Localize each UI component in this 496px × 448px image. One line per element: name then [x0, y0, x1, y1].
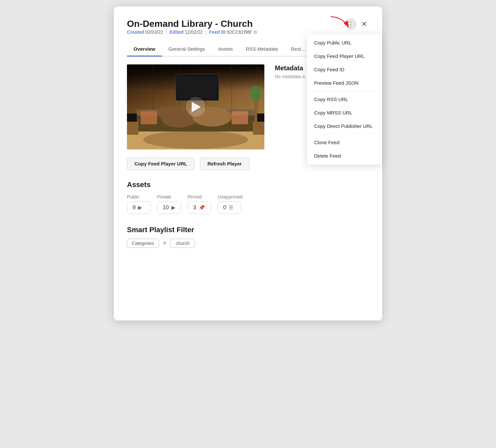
dropdown-item-copy-public-url[interactable]: Copy Public URL [307, 36, 382, 49]
header-actions: ⋮ ✕ Copy Public URL Copy Feed Player URL… [345, 18, 369, 30]
asset-card-private: Private 10 ▶ [157, 194, 181, 214]
filter-value[interactable]: church [170, 239, 195, 248]
dots-icon: ⋮ [347, 20, 354, 28]
asset-label-private: Private [157, 194, 171, 199]
dropdown-item-copy-rss-url[interactable]: Copy RSS URL [307, 93, 382, 106]
asset-count-private: 10 [163, 204, 169, 211]
asset-card-pinned: Pinned 3 📌 [187, 194, 211, 214]
svg-rect-9 [141, 111, 157, 124]
tab-general-settings[interactable]: General Settings [162, 43, 212, 57]
copy-feed-id-icon[interactable]: ⧉ [254, 29, 257, 35]
page-title: On-Demand Library - Church [127, 18, 257, 29]
tab-overview[interactable]: Overview [127, 43, 162, 57]
svg-rect-10 [232, 111, 248, 124]
asset-value-unapproved: 0 ☰ [218, 201, 241, 214]
asset-card-public: Public 9 ▶ [127, 194, 151, 214]
filter-key[interactable]: Categories [127, 239, 159, 248]
play-icon-private: ▶ [171, 204, 175, 211]
copy-feed-player-url-button[interactable]: Copy Feed Player URL [127, 157, 195, 170]
dropdown-item-copy-feed-id[interactable]: Copy Feed ID [307, 63, 382, 76]
svg-rect-13 [127, 122, 138, 135]
play-icon-public: ▶ [138, 204, 142, 211]
svg-point-7 [157, 107, 172, 119]
svg-point-16 [250, 85, 262, 101]
asset-count-pinned: 3 [193, 204, 196, 211]
dropdown-item-copy-mrss-url[interactable]: Copy MRSS URL [307, 106, 382, 119]
asset-count-public: 9 [133, 204, 135, 211]
dropdown-item-copy-feed-player-url[interactable]: Copy Feed Player URL [307, 49, 382, 63]
play-triangle-icon [192, 102, 201, 112]
dropdown-divider-2 [307, 134, 382, 134]
close-button[interactable]: ✕ [359, 19, 369, 29]
more-options-button[interactable]: ⋮ [345, 18, 357, 30]
asset-label-pinned: Pinned [187, 194, 202, 199]
asset-count-unapproved: 0 [223, 204, 226, 211]
pin-icon: 📌 [199, 204, 205, 211]
filter-equals: = [163, 240, 167, 247]
assets-grid: Public 9 ▶ Private 10 ▶ Pinned 3 📌 [127, 194, 369, 214]
created-label: Created [127, 29, 144, 35]
dropdown-item-copy-direct-publisher-url[interactable]: Copy Direct Publisher URL [307, 119, 382, 133]
modal-header: On-Demand Library - Church Created 02/03… [127, 18, 369, 41]
smart-playlist-section: Smart Playlist Filter Categories = churc… [127, 226, 369, 248]
modal-title-area: On-Demand Library - Church Created 02/03… [127, 18, 257, 41]
dropdown-divider-1 [307, 91, 382, 91]
video-player[interactable] [127, 64, 264, 149]
asset-card-unapproved: Unapproved 0 ☰ [218, 194, 242, 214]
asset-value-public: 9 ▶ [127, 201, 151, 214]
feed-id-label: Feed ID [209, 29, 226, 35]
assets-section: Assets Public 9 ▶ Private 10 ▶ Pinned 3 [127, 181, 369, 214]
asset-label-public: Public [127, 194, 139, 199]
edited-value: 12/02/22 [185, 29, 203, 35]
play-button[interactable] [186, 97, 205, 117]
svg-rect-12 [178, 76, 217, 99]
tab-assets[interactable]: Assets [211, 43, 239, 57]
asset-value-private: 10 ▶ [157, 201, 181, 214]
asset-value-pinned: 3 📌 [187, 201, 211, 214]
svg-point-2 [143, 130, 248, 149]
smart-playlist-title: Smart Playlist Filter [127, 226, 369, 234]
dropdown-item-clone-feed[interactable]: Clone Feed [307, 136, 382, 149]
refresh-player-button[interactable]: Refresh Player [200, 157, 249, 170]
edited-label: Edited [169, 29, 184, 35]
svg-rect-14 [253, 122, 264, 135]
modal-container: On-Demand Library - Church Created 02/03… [114, 7, 382, 320]
feed-id-value: 62CC61f96f [227, 29, 252, 35]
dropdown-item-delete-feed[interactable]: Delete Feed [307, 149, 382, 163]
list-icon: ☰ [229, 204, 233, 211]
asset-label-unapproved: Unapproved [218, 194, 242, 199]
assets-section-title: Assets [127, 181, 369, 189]
dropdown-item-preview-feed-json[interactable]: Preview Feed JSON [307, 76, 382, 90]
tab-rss-metadata[interactable]: RSS Metadata [239, 43, 284, 57]
dropdown-menu: Copy Public URL Copy Feed Player URL Cop… [307, 34, 382, 164]
meta-row: Created 02/03/22 | Edited 12/02/22 | Fee… [127, 29, 257, 35]
created-value: 02/03/22 [145, 29, 163, 35]
close-icon: ✕ [361, 20, 367, 28]
filter-row: Categories = church [127, 239, 369, 248]
